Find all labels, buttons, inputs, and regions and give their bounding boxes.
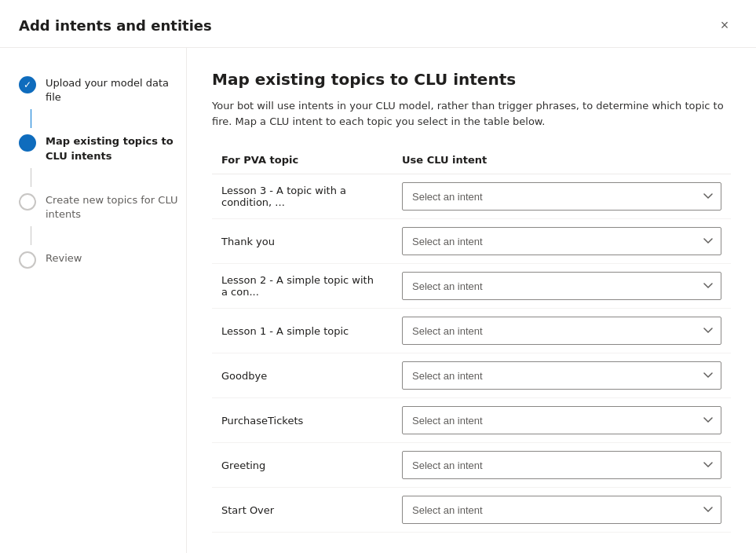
intent-select-6[interactable]: Select an intent	[402, 451, 721, 479]
intent-select-wrapper: Select an intent	[402, 361, 721, 390]
step-circle-map	[19, 134, 36, 152]
intent-cell: Select an intent	[393, 398, 731, 443]
intent-select-2[interactable]: Select an intent	[402, 272, 721, 300]
table-row: Lesson 2 - A simple topic with a con...S…	[212, 264, 731, 309]
intent-cell: Select an intent	[393, 264, 731, 309]
step-circle-create	[19, 193, 36, 211]
table-row: GreetingSelect an intent	[212, 443, 731, 488]
topic-name: Thank you	[221, 236, 275, 247]
intent-select-wrapper: Select an intent	[402, 272, 721, 300]
dialog-title: Add intents and entities	[19, 17, 212, 34]
sidebar-step-label-map: Map existing topics to CLU intents	[46, 134, 186, 163]
dialog-header: Add intents and entities ×	[0, 0, 756, 48]
close-button[interactable]: ×	[712, 13, 737, 38]
topic-name: Greeting	[221, 460, 265, 471]
step-circle-review	[19, 251, 36, 269]
sidebar-step-label-create: Create new topics for CLU intents	[46, 193, 186, 222]
intent-select-1[interactable]: Select an intent	[402, 227, 721, 255]
topic-cell: PurchaseTickets	[212, 398, 393, 443]
check-icon: ✓	[24, 79, 31, 90]
topic-name: Start Over	[221, 504, 274, 516]
main-title: Map existing topics to CLU intents	[212, 70, 731, 89]
col-header-topic: For PVA topic	[212, 148, 393, 174]
table-row: Thank youSelect an intent	[212, 219, 731, 264]
table-row: Start OverSelect an intent	[212, 488, 731, 533]
step-circle-upload: ✓	[19, 76, 36, 93]
sidebar: ✓ Upload your model data file Map existi…	[0, 48, 187, 553]
dialog-body: ✓ Upload your model data file Map existi…	[0, 48, 756, 553]
sidebar-step-label-review: Review	[46, 251, 82, 266]
intent-cell: Select an intent	[393, 488, 731, 533]
sidebar-item-upload: ✓ Upload your model data file	[19, 70, 186, 109]
topic-cell: Lesson 3 - A topic with a condition, ...	[212, 174, 393, 219]
topic-cell: Lesson 2 - A simple topic with a con...	[212, 264, 393, 309]
sidebar-item-map: Map existing topics to CLU intents	[19, 128, 186, 167]
table-row: PurchaseTicketsSelect an intent	[212, 398, 731, 443]
connector-2	[31, 168, 31, 187]
topic-name: Lesson 2 - A simple topic with a con...	[221, 274, 374, 298]
topic-name: PurchaseTickets	[221, 415, 303, 427]
table-row: Lesson 1 - A simple topicSelect an inten…	[212, 309, 731, 353]
connector-1	[31, 109, 31, 128]
intent-select-3[interactable]: Select an intent	[402, 317, 721, 345]
intent-select-wrapper: Select an intent	[402, 317, 721, 345]
mapping-table: For PVA topic Use CLU intent Lesson 3 - …	[212, 148, 731, 533]
intent-select-wrapper: Select an intent	[402, 182, 721, 211]
intent-select-5[interactable]: Select an intent	[402, 406, 721, 434]
table-row: GoodbyeSelect an intent	[212, 353, 731, 398]
intent-cell: Select an intent	[393, 309, 731, 353]
topic-cell: Lesson 1 - A simple topic	[212, 309, 393, 353]
sidebar-item-review: Review	[19, 245, 186, 273]
intent-select-wrapper: Select an intent	[402, 227, 721, 255]
intent-select-wrapper: Select an intent	[402, 451, 721, 479]
table-row: Lesson 3 - A topic with a condition, ...…	[212, 174, 731, 219]
intent-select-wrapper: Select an intent	[402, 406, 721, 434]
intent-select-wrapper: Select an intent	[402, 496, 721, 524]
topic-cell: Start Over	[212, 488, 393, 533]
topic-cell: Goodbye	[212, 353, 393, 398]
main-description: Your bot will use intents in your CLU mo…	[212, 98, 730, 129]
sidebar-step-label-upload: Upload your model data file	[46, 76, 186, 104]
topic-cell: Greeting	[212, 443, 393, 488]
col-header-intent: Use CLU intent	[393, 148, 731, 174]
intent-cell: Select an intent	[393, 353, 731, 398]
topic-name: Goodbye	[221, 370, 267, 382]
intent-select-4[interactable]: Select an intent	[402, 361, 721, 390]
topic-name: Lesson 1 - A simple topic	[221, 325, 349, 337]
intent-cell: Select an intent	[393, 219, 731, 264]
intent-cell: Select an intent	[393, 443, 731, 488]
main-content: Map existing topics to CLU intents Your …	[187, 48, 756, 553]
intent-cell: Select an intent	[393, 174, 731, 219]
topic-cell: Thank you	[212, 219, 393, 264]
intent-select-7[interactable]: Select an intent	[402, 496, 721, 524]
sidebar-item-create: Create new topics for CLU intents	[19, 187, 186, 226]
connector-3	[31, 226, 31, 245]
add-intents-dialog: Add intents and entities × ✓ Upload your…	[0, 0, 756, 553]
intent-select-0[interactable]: Select an intent	[402, 182, 721, 211]
topic-name: Lesson 3 - A topic with a condition, ...	[221, 185, 346, 208]
